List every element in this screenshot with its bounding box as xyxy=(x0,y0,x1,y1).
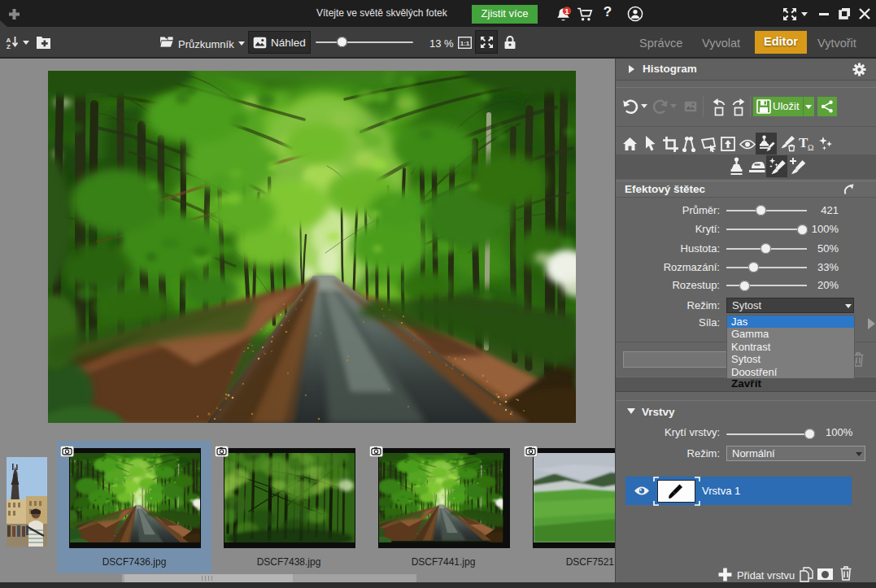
svg-text:1: 1 xyxy=(564,7,569,15)
svg-text:1:1: 1:1 xyxy=(460,40,470,47)
svg-text:Z: Z xyxy=(7,43,11,50)
svg-text:Ω: Ω xyxy=(808,143,813,151)
